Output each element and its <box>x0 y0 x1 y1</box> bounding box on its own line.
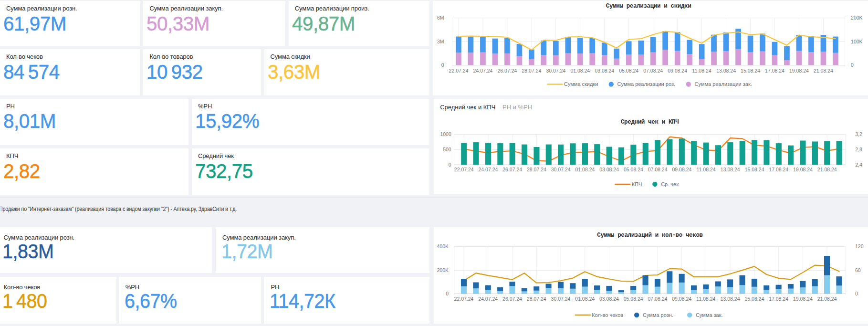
svg-text:500: 500 <box>443 147 451 152</box>
svg-text:28.07.24: 28.07.24 <box>522 68 542 74</box>
svg-text:3M: 3M <box>437 39 444 44</box>
svg-text:26.07.24: 26.07.24 <box>498 68 517 74</box>
svg-text:09.08.24: 09.08.24 <box>668 68 688 74</box>
svg-text:17.08.24: 17.08.24 <box>769 167 788 172</box>
svg-text:30.07.24: 30.07.24 <box>551 296 571 302</box>
svg-text:0: 0 <box>855 291 858 296</box>
svg-text:15.08.24: 15.08.24 <box>741 68 760 74</box>
svg-text:100K: 100K <box>851 39 863 44</box>
svg-text:120: 120 <box>855 244 864 249</box>
svg-text:09.08.24: 09.08.24 <box>672 296 691 302</box>
svg-text:15.08.24: 15.08.24 <box>744 296 764 302</box>
svg-text:60: 60 <box>855 268 861 273</box>
svg-text:13.08.24: 13.08.24 <box>721 167 740 172</box>
svg-text:Сумма скидки: Сумма скидки <box>564 81 598 87</box>
svg-text:07.08.24: 07.08.24 <box>648 167 667 172</box>
svg-text:РН и %РН: РН и %РН <box>502 103 532 110</box>
svg-text:05.08.24: 05.08.24 <box>619 68 639 74</box>
svg-text:200K: 200K <box>851 15 863 21</box>
svg-text:21.08.24: 21.08.24 <box>817 167 837 172</box>
svg-text:Средний чек и КПЧ: Средний чек и КПЧ <box>621 118 679 125</box>
svg-text:05.08.24: 05.08.24 <box>624 167 643 172</box>
svg-text:09.08.24: 09.08.24 <box>672 167 691 172</box>
svg-text:26.07.24: 26.07.24 <box>502 296 522 302</box>
svg-text:28.07.24: 28.07.24 <box>527 167 546 172</box>
svg-text:0: 0 <box>446 291 449 296</box>
svg-text:0: 0 <box>449 162 451 167</box>
svg-text:22.07.24: 22.07.24 <box>454 296 474 302</box>
svg-text:Суммы реализаций и кол-во чеко: Суммы реализаций и кол-во чеков <box>597 232 702 239</box>
svg-text:05.08.24: 05.08.24 <box>624 296 643 302</box>
svg-text:15.08.24: 15.08.24 <box>744 167 764 172</box>
svg-text:03.08.24: 03.08.24 <box>595 68 615 74</box>
svg-text:30.07.24: 30.07.24 <box>546 68 566 74</box>
svg-text:Ср. чек: Ср. чек <box>661 181 679 187</box>
svg-text:03.08.24: 03.08.24 <box>599 167 619 172</box>
svg-text:6M: 6M <box>437 15 444 21</box>
svg-text:Сумма розн.: Сумма розн. <box>643 312 673 318</box>
svg-text:200K: 200K <box>437 268 449 273</box>
svg-text:26.07.24: 26.07.24 <box>502 167 522 172</box>
svg-text:11.08.24: 11.08.24 <box>692 68 711 74</box>
svg-text:07.08.24: 07.08.24 <box>644 68 663 74</box>
svg-text:Сумма реализации зак.: Сумма реализации зак. <box>695 81 752 87</box>
svg-text:01.08.24: 01.08.24 <box>575 296 595 302</box>
svg-text:3,2: 3,2 <box>855 132 862 137</box>
svg-text:22.07.24: 22.07.24 <box>449 68 469 74</box>
svg-text:Кол-во чеков: Кол-во чеков <box>592 312 623 318</box>
svg-text:19.08.24: 19.08.24 <box>793 167 813 172</box>
svg-text:07.08.24: 07.08.24 <box>648 296 667 302</box>
svg-text:30.07.24: 30.07.24 <box>551 167 571 172</box>
svg-text:17.08.24: 17.08.24 <box>769 296 788 302</box>
svg-text:01.08.24: 01.08.24 <box>571 68 590 74</box>
svg-text:03.08.24: 03.08.24 <box>599 296 619 302</box>
svg-text:Суммы реализации и скидки: Суммы реализации и скидки <box>606 3 691 10</box>
svg-text:01.08.24: 01.08.24 <box>575 167 595 172</box>
svg-text:24.07.24: 24.07.24 <box>473 68 493 74</box>
svg-text:Сумма зак.: Сумма зак. <box>696 312 723 318</box>
svg-text:24.07.24: 24.07.24 <box>478 167 498 172</box>
svg-text:17.08.24: 17.08.24 <box>765 68 784 74</box>
svg-text:11.08.24: 11.08.24 <box>696 296 715 302</box>
svg-text:0: 0 <box>851 63 854 68</box>
svg-text:13.08.24: 13.08.24 <box>717 68 736 74</box>
svg-text:21.08.24: 21.08.24 <box>814 68 833 74</box>
svg-text:22.07.24: 22.07.24 <box>454 167 474 172</box>
svg-text:21.08.24: 21.08.24 <box>817 296 837 302</box>
svg-text:19.08.24: 19.08.24 <box>789 68 809 74</box>
svg-text:1000: 1000 <box>440 132 451 137</box>
svg-text:2,4: 2,4 <box>855 162 862 167</box>
svg-text:11.08.24: 11.08.24 <box>696 167 715 172</box>
svg-text:КПЧ: КПЧ <box>631 181 642 187</box>
svg-text:24.07.24: 24.07.24 <box>478 296 498 302</box>
svg-text:400K: 400K <box>437 244 449 249</box>
svg-text:0: 0 <box>441 63 444 68</box>
svg-text:Сумма реализации роз.: Сумма реализации роз. <box>617 81 675 87</box>
svg-text:19.08.24: 19.08.24 <box>793 296 813 302</box>
svg-text:2,8: 2,8 <box>855 147 862 152</box>
svg-text:Средний чек и КПЧ: Средний чек и КПЧ <box>440 103 495 110</box>
svg-text:13.08.24: 13.08.24 <box>721 296 740 302</box>
svg-text:28.07.24: 28.07.24 <box>527 296 546 302</box>
